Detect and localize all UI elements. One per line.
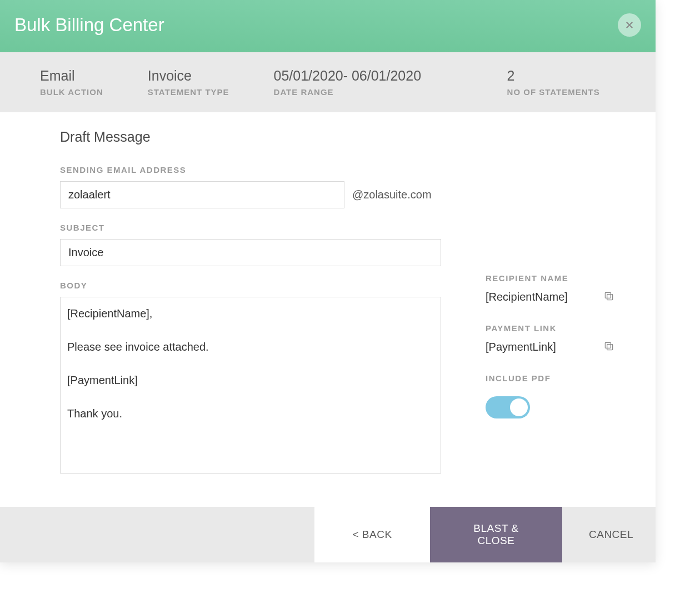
footer-spacer — [0, 507, 314, 562]
email-row: @zolasuite.com — [60, 181, 441, 208]
sending-email-label: SENDING EMAIL ADDRESS — [60, 165, 441, 175]
summary-value: Invoice — [148, 68, 229, 84]
recipient-name-group: RECIPIENT NAME [RecipientName] — [486, 273, 616, 305]
subject-label: SUBJECT — [60, 223, 441, 232]
body-label: BODY — [60, 281, 441, 290]
summary-date-range: 05/01/2020- 06/01/2020 DATE RANGE — [274, 68, 463, 97]
section-title: Draft Message — [60, 129, 441, 145]
copy-icon — [603, 341, 614, 352]
body-group: BODY — [60, 281, 441, 476]
copy-recipient-name-button[interactable] — [602, 290, 616, 305]
blast-and-close-button[interactable]: BLAST & CLOSE — [430, 507, 562, 562]
close-button[interactable] — [618, 13, 641, 37]
modal-title: Bulk Billing Center — [14, 14, 164, 36]
close-icon — [624, 20, 634, 30]
summary-value: Email — [40, 68, 103, 84]
copy-payment-link-button[interactable] — [602, 340, 616, 355]
bulk-billing-modal: Bulk Billing Center Email BULK ACTION In… — [0, 0, 656, 562]
payment-link-group: PAYMENT LINK [PaymentLink] — [486, 323, 616, 355]
modal-header: Bulk Billing Center — [0, 0, 656, 52]
summary-label: DATE RANGE — [274, 87, 463, 97]
include-pdf-label: INCLUDE PDF — [486, 373, 616, 383]
summary-no-of-statements: 2 NO OF STATEMENTS — [507, 68, 600, 97]
summary-label: NO OF STATEMENTS — [507, 87, 600, 97]
summary-label: BULK ACTION — [40, 87, 103, 97]
summary-value: 2 — [507, 68, 600, 84]
footer: < BACK BLAST & CLOSE CANCEL — [0, 507, 656, 562]
payment-link-label: PAYMENT LINK — [486, 323, 616, 333]
cancel-button[interactable]: CANCEL — [562, 507, 656, 562]
email-domain-suffix: @zolasuite.com — [352, 188, 432, 201]
copy-icon — [603, 291, 614, 302]
main-column: Draft Message SENDING EMAIL ADDRESS @zol… — [60, 129, 441, 490]
include-pdf-toggle[interactable] — [486, 396, 530, 418]
svg-rect-1 — [605, 292, 611, 298]
summary-label: STATEMENT TYPE — [148, 87, 229, 97]
include-pdf-group: INCLUDE PDF — [486, 373, 616, 421]
subject-group: SUBJECT — [60, 223, 441, 266]
payment-link-value: [PaymentLink] — [486, 341, 556, 353]
side-column: RECIPIENT NAME [RecipientName] PAYMENT L… — [486, 129, 616, 490]
back-button[interactable]: < BACK — [314, 507, 430, 562]
payment-link-row: [PaymentLink] — [486, 340, 616, 355]
sending-email-input[interactable] — [60, 181, 344, 208]
toggle-knob — [510, 398, 528, 416]
summary-statement-type: Invoice STATEMENT TYPE — [148, 68, 229, 97]
svg-rect-2 — [607, 345, 613, 350]
subject-input[interactable] — [60, 239, 441, 266]
summary-bulk-action: Email BULK ACTION — [40, 68, 103, 97]
summary-value: 05/01/2020- 06/01/2020 — [274, 68, 463, 84]
summary-bar: Email BULK ACTION Invoice STATEMENT TYPE… — [0, 52, 656, 112]
body-textarea[interactable] — [60, 297, 441, 474]
recipient-name-row: [RecipientName] — [486, 290, 616, 305]
recipient-name-value: [RecipientName] — [486, 291, 568, 303]
svg-rect-0 — [607, 295, 613, 300]
svg-rect-3 — [605, 342, 611, 348]
content-area: Draft Message SENDING EMAIL ADDRESS @zol… — [0, 112, 656, 507]
sending-email-group: SENDING EMAIL ADDRESS @zolasuite.com — [60, 165, 441, 208]
recipient-name-label: RECIPIENT NAME — [486, 273, 616, 283]
